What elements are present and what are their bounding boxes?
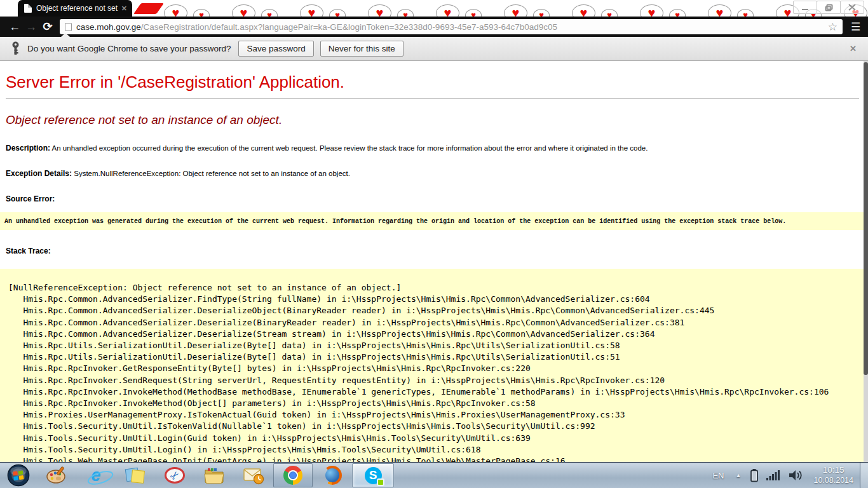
show-desktop-button[interactable] (860, 463, 868, 488)
sticky-note-front-icon (131, 470, 145, 484)
description-text: An unhandled exception occurred during t… (52, 144, 648, 152)
error-title: Server Error in '/CaseRegistration' Appl… (6, 72, 859, 92)
page-favicon-icon (24, 4, 32, 13)
taskbar-item-firefox[interactable] (313, 463, 352, 488)
taskbar-item-chrome[interactable] (273, 463, 313, 487)
taskbar-item-skype[interactable]: S (352, 463, 394, 487)
scissors-icon: ✂ (167, 468, 183, 484)
taskbar-item-outlook[interactable] (234, 463, 273, 488)
taskbar-item-windows-explorer[interactable] (194, 463, 234, 488)
heart-icon: ♥ (261, 9, 278, 17)
url-text[interactable]: case.moh.gov.ge/CaseRegistration/default… (76, 22, 823, 32)
error-subtitle: Object reference not set to an instance … (6, 113, 859, 127)
reload-icon[interactable]: ⟳ (39, 21, 56, 32)
close-button[interactable] (840, 1, 864, 14)
heart-icon: ♥ (232, 4, 255, 17)
tray-expand-icon[interactable]: ▲ (731, 472, 747, 478)
firefox-icon (323, 466, 342, 485)
browser-tab[interactable]: Object reference not set to ✕ (18, 0, 132, 17)
taskbar-item-sticky-notes[interactable] (116, 463, 155, 488)
key-icon (11, 41, 20, 57)
heart-icon: ♥ (397, 9, 414, 17)
skype-icon: S (365, 467, 382, 484)
heart-icon: ♥ (193, 9, 210, 17)
heart-icon: ♥ (164, 4, 187, 17)
clock-date: 10.08.2014 (813, 476, 853, 486)
taskbar-item-snipping-tool[interactable]: ✂ (155, 463, 194, 488)
forward-icon[interactable]: → (23, 21, 39, 32)
start-button[interactable] (0, 463, 37, 488)
tab-title: Object reference not set to (36, 4, 119, 13)
heart-icon: ♥ (640, 4, 663, 17)
heart-icon: ♥ (737, 9, 754, 17)
tab-strip: ♥♥♥♥♥♥♥♥♥♥♥♥♥♥♥♥♥♥♥♥♥♥ Object reference … (0, 0, 868, 17)
heart-icon: ♥ (368, 4, 391, 17)
exception-details: Exception Details: System.NullReferenceE… (6, 169, 859, 178)
internet-explorer-icon: e (91, 467, 100, 484)
minimize-button[interactable] (793, 1, 817, 14)
outlook-icon (243, 466, 264, 485)
description-label: Description: (6, 144, 50, 152)
stack-trace-box: [NullReferenceException: Object referenc… (0, 269, 868, 462)
error-page: Server Error in '/CaseRegistration' Appl… (0, 61, 868, 462)
stack-trace-section: Stack Trace: (6, 247, 859, 255)
divider (6, 98, 859, 99)
skype-initial: S (369, 468, 377, 482)
url-domain: case.moh.gov.ge (76, 22, 141, 32)
taskbar: e ✂ S (0, 462, 868, 488)
never-for-site-button[interactable]: Never for this site (320, 41, 403, 57)
taskbar-item-internet-explorer[interactable]: e (76, 463, 116, 488)
volume-icon[interactable] (784, 469, 807, 482)
source-error-box: An unhandled exception was generated dur… (0, 212, 868, 230)
tray-clock[interactable]: 10:15 10.08.2014 (807, 465, 860, 486)
heart-icon: ♥ (708, 4, 731, 17)
scrollbar[interactable] (864, 61, 868, 462)
stack-trace-label: Stack Trace: (6, 247, 51, 255)
battery-icon[interactable] (746, 468, 763, 482)
bookmark-star-icon[interactable]: ☆ (828, 20, 837, 34)
heart-icon: ♥ (504, 4, 527, 17)
system-tray: EN ▲ 10:15 (706, 463, 868, 488)
chrome-icon (283, 466, 302, 485)
heart-icon: ♥ (572, 4, 595, 17)
back-icon[interactable]: ← (6, 21, 23, 32)
restore-button[interactable] (817, 1, 841, 14)
skype-status-badge (377, 478, 384, 486)
tab-close-icon[interactable]: ✕ (121, 4, 127, 13)
error-description: Description: An unhandled exception occu… (6, 144, 859, 152)
exception-text: System.NullReferenceException: Object re… (74, 170, 350, 177)
window-controls (794, 1, 864, 14)
chrome-menu-icon[interactable]: ☰ (848, 20, 864, 34)
infobar-close-icon[interactable]: ✕ (846, 44, 860, 53)
infobar-message: Do you want Google Chrome to save your p… (27, 44, 231, 53)
heart-icon: ♥ (436, 4, 459, 17)
scrollbar-thumb[interactable] (864, 62, 868, 375)
taskbar-item-paint[interactable] (37, 463, 76, 488)
heart-icon: ♥ (300, 4, 323, 17)
infobar-notch (61, 33, 70, 37)
source-error-label: Source Error: (6, 194, 55, 203)
heart-icon: ♥ (465, 9, 482, 17)
password-infobar: Do you want Google Chrome to save your p… (0, 37, 868, 61)
source-error-section: Source Error: (6, 194, 859, 203)
paint-icon (46, 465, 67, 485)
heart-icon: ♥ (533, 9, 550, 17)
heart-icon: ♥ (329, 9, 346, 17)
url-path: /CaseRegistration/default.aspx?languageP… (141, 22, 557, 32)
address-bar[interactable]: case.moh.gov.ge/CaseRegistration/default… (60, 19, 843, 34)
windows-start-icon (7, 464, 30, 487)
snipping-tool-icon: ✂ (165, 467, 185, 484)
clock-time: 10:15 (813, 465, 853, 476)
heart-icon: ♥ (669, 9, 686, 17)
folder-icon (203, 466, 225, 485)
network-signal-icon[interactable] (763, 470, 784, 481)
save-password-button[interactable]: Save password (238, 41, 313, 57)
page-icon[interactable] (65, 23, 72, 31)
language-indicator[interactable]: EN (706, 471, 730, 480)
exception-label: Exception Details: (6, 169, 72, 178)
heart-icon: ♥ (601, 9, 618, 17)
browser-toolbar: ← → ⟳ case.moh.gov.ge/CaseRegistration/d… (0, 17, 868, 37)
